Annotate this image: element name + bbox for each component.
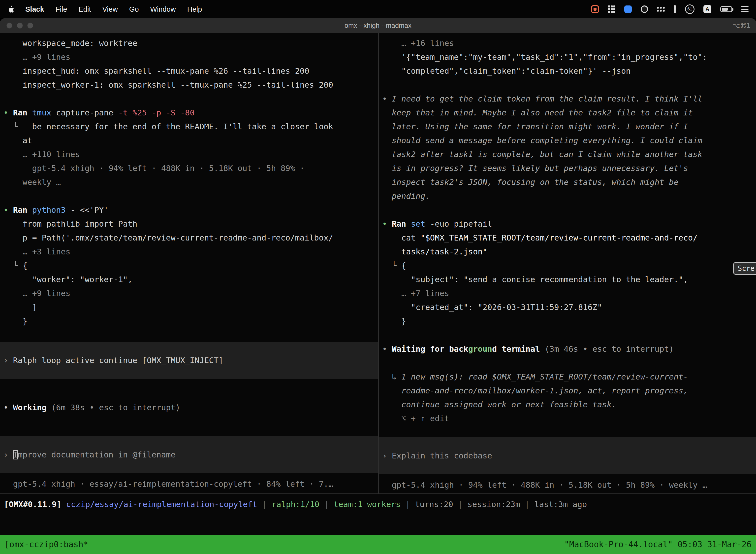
tmux-host-clock: "MacBook-Pro-44.local" 05:03 31-Mar-26 bbox=[564, 540, 752, 549]
spacer bbox=[3, 189, 375, 203]
apple-menu[interactable] bbox=[7, 5, 14, 13]
terminal-line: … +3 lines bbox=[3, 245, 375, 259]
terminal-line: pending. bbox=[382, 189, 753, 203]
terminal-line: • Working (6m 38s • esc to interrupt) bbox=[3, 401, 375, 414]
terminal-line: } bbox=[3, 314, 375, 328]
active-app-name[interactable]: Slack bbox=[25, 5, 44, 13]
terminal-line: gpt-5.4 xhigh · essay/ai-reimplementatio… bbox=[3, 477, 375, 491]
terminal-line: p = Path('.omx/state/team/review-current… bbox=[3, 231, 375, 245]
window-shortcut: ⌥⌘1 bbox=[733, 18, 751, 33]
terminal-line: ] bbox=[3, 300, 375, 314]
terminal-line: … +9 lines bbox=[3, 50, 375, 64]
menu-bar-status-icons: 61 A bbox=[591, 4, 749, 14]
menu-bar: Slack FileEditViewGoWindowHelp 61 A bbox=[0, 0, 756, 18]
screen-recording-stop-icon[interactable] bbox=[591, 5, 599, 13]
menu-lines-icon[interactable] bbox=[741, 6, 749, 12]
terminal-line: weekly … bbox=[3, 175, 375, 189]
tmux-session-label: [omx-cczip0:bash* bbox=[4, 540, 88, 549]
terminal-line: └ { bbox=[3, 259, 375, 273]
menu-item-window[interactable]: Window bbox=[150, 5, 176, 13]
spacer bbox=[382, 328, 753, 342]
blue-app-icon[interactable] bbox=[624, 5, 632, 13]
spacer bbox=[382, 474, 753, 478]
tmux-status-bar: [omx-cczip0:bash* "MacBook-Pro-44.local"… bbox=[0, 535, 756, 554]
battery-percent-badge[interactable]: 61 bbox=[685, 4, 694, 14]
terminal-line: '{"team_name":"my-team","task_id":"1","f… bbox=[382, 50, 753, 64]
terminal-line: should send a message before completing … bbox=[382, 133, 753, 148]
terminal-line: } bbox=[382, 314, 753, 328]
terminal-window: omx --xhigh --madmax ⌥⌘1 workspace_mode:… bbox=[0, 18, 756, 554]
input-source-icon[interactable]: A bbox=[703, 5, 711, 13]
tmux-pane-left[interactable]: workspace_mode: worktree … +9 lines insp… bbox=[0, 33, 378, 493]
omx-status-line: [OMX#0.11.9] cczip/essay/ai-reimplementa… bbox=[0, 494, 756, 515]
terminal-line: └ { bbox=[382, 259, 753, 273]
terminal-line: … +9 lines bbox=[3, 286, 375, 300]
prompt-suggestion[interactable]: › Improve documentation in @filename bbox=[0, 436, 378, 473]
terminal-line: inspect_worker-1: omx sparkshell --tmux-… bbox=[3, 78, 375, 92]
spacer bbox=[382, 78, 753, 92]
battery-percent-label: 61 bbox=[688, 7, 692, 12]
menu-item-file[interactable]: File bbox=[56, 5, 67, 13]
terminal-line: workspace_mode: worktree bbox=[3, 36, 375, 50]
menu-item-help[interactable]: Help bbox=[187, 5, 202, 13]
window-titlebar[interactable]: omx --xhigh --madmax ⌥⌘1 bbox=[0, 18, 756, 33]
terminal-line: … +7 lines bbox=[382, 286, 753, 300]
spacer bbox=[0, 515, 756, 535]
apple-logo-icon bbox=[7, 5, 14, 13]
prompt-suggestion[interactable]: › Ralph loop active continue [OMX_TMUX_I… bbox=[0, 342, 378, 379]
terminal-line: keep that in mind. Maybe I also need the… bbox=[382, 106, 753, 120]
terminal-line: tasks/task-2.json" bbox=[382, 245, 753, 259]
terminal-line: • I need to get the claim token from the… bbox=[382, 92, 753, 106]
key-icon[interactable] bbox=[674, 5, 676, 13]
dots-grid-icon[interactable] bbox=[657, 7, 665, 12]
terminal-line: is in progress? It seems likely but perh… bbox=[382, 161, 753, 175]
terminal-line: └ be necessary for the end of the README… bbox=[3, 120, 375, 133]
terminal-line: "subject": "send a concise recommendatio… bbox=[382, 273, 753, 286]
terminal-line: ⌥ + ↑ edit bbox=[382, 411, 753, 426]
terminal-line: "worker": "worker-1", bbox=[3, 273, 375, 286]
window-title: omx --xhigh --madmax bbox=[0, 18, 756, 33]
menu-item-go[interactable]: Go bbox=[129, 5, 139, 13]
spacer bbox=[3, 92, 375, 106]
terminal-line: task2 after task1 is complete, but can I… bbox=[382, 148, 753, 161]
terminal-line: at bbox=[3, 133, 375, 148]
desktop: Slack FileEditViewGoWindowHelp 61 A omx … bbox=[0, 0, 756, 554]
grid-icon[interactable] bbox=[608, 5, 615, 13]
menu-item-edit[interactable]: Edit bbox=[79, 5, 91, 13]
terminal-line: inspect_hud: omx sparkshell --tmux-pane … bbox=[3, 64, 375, 78]
spacer bbox=[3, 379, 375, 401]
terminal-line: "created_at": "2026-03-31T11:59:27.816Z" bbox=[382, 300, 753, 314]
spacer bbox=[3, 473, 375, 477]
terminal-line: • Ran python3 - <<'PY' bbox=[3, 203, 375, 217]
tmux-pane-right[interactable]: … +16 lines '{"team_name":"my-team","tas… bbox=[379, 33, 756, 493]
terminal-line: inspect task2's JSON, focusing on the st… bbox=[382, 175, 753, 189]
terminal-line: ↳ 1 new msg(s): read $OMX_TEAM_STATE_ROO… bbox=[382, 370, 753, 384]
terminal-line: • Ran tmux capture-pane -t %25 -p -S -80 bbox=[3, 106, 375, 120]
prompt-suggestion[interactable]: › Explain this codebase bbox=[379, 437, 756, 474]
terminal-line: readme-and-reco/mailbox/worker-1.json, a… bbox=[382, 384, 753, 398]
terminal-line: gpt-5.4 xhigh · 94% left · 488K in · 5.1… bbox=[382, 478, 753, 492]
terminal-line: … +16 lines bbox=[382, 36, 753, 50]
camera-shutter-icon[interactable] bbox=[641, 5, 648, 13]
spacer bbox=[382, 203, 753, 217]
app-menus: FileEditViewGoWindowHelp bbox=[56, 5, 202, 13]
terminal-line: … +110 lines bbox=[3, 148, 375, 161]
screen-tooltip: Scre bbox=[733, 262, 756, 275]
spacer bbox=[382, 356, 753, 370]
battery-icon[interactable] bbox=[720, 6, 732, 12]
terminal-line: • Ran set -euo pipefail bbox=[382, 217, 753, 231]
terminal-line: [OMX#0.11.9] cczip/essay/ai-reimplementa… bbox=[4, 497, 587, 511]
terminal-line: from pathlib import Path bbox=[3, 217, 375, 231]
spacer bbox=[3, 328, 375, 342]
terminal-content: workspace_mode: worktree … +9 lines insp… bbox=[0, 33, 756, 554]
terminal-line: cat "$OMX_TEAM_STATE_ROOT/team/review-cu… bbox=[382, 231, 753, 245]
menu-item-view[interactable]: View bbox=[103, 5, 118, 13]
terminal-line: continue assigned work or next feasible … bbox=[382, 398, 753, 411]
text-cursor: I bbox=[13, 450, 18, 459]
terminal-line: • Waiting for background terminal (3m 46… bbox=[382, 342, 753, 356]
input-source-label: A bbox=[705, 6, 709, 12]
terminal-line: "completed","claim_token":"claim-token"}… bbox=[382, 64, 753, 78]
terminal-line: gpt-5.4 xhigh · 94% left · 488K in · 5.1… bbox=[3, 161, 375, 175]
terminal-line: later. Using the same for transition mig… bbox=[382, 120, 753, 133]
spacer bbox=[3, 414, 375, 436]
